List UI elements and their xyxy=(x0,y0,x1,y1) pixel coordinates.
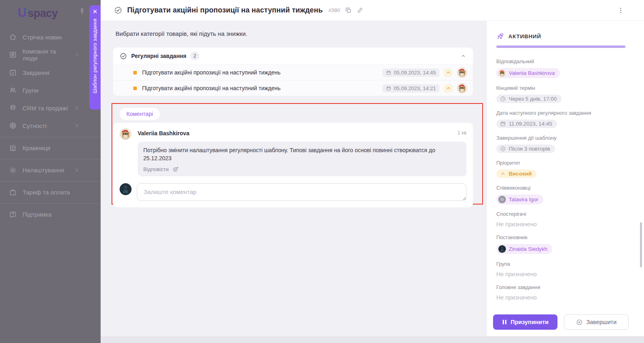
template-ribbon[interactable]: ✕ Шаблон регулярного завдання xyxy=(89,5,101,110)
deadline-chip: Через 5 днів, 17:00 xyxy=(496,95,561,103)
due-date-chip: 05.09.2023, 14:45 xyxy=(382,68,440,77)
pause-icon xyxy=(502,319,507,325)
app-window: Uspacy Стрічка новин Компанія та люди За… xyxy=(0,0,644,343)
comment-timestamp: 1 хв xyxy=(458,128,466,136)
sidebar-item-label: Крамниця xyxy=(23,145,50,151)
field-label: Завершення дії шаблону xyxy=(496,135,625,141)
avatar xyxy=(457,83,467,93)
field-label: Спостерігачі xyxy=(496,211,625,217)
ribbon-label: Шаблон регулярного завдання xyxy=(92,19,98,93)
comment-bubble: Потрібно змінити налаштування регулярнос… xyxy=(138,142,466,176)
task-details-panel: АКТИВНИЙ Відповідальний Valeriia Bashkir… xyxy=(486,21,644,336)
sidebar-item-label: Компанія та люди xyxy=(23,48,69,62)
rocket-icon xyxy=(496,32,504,40)
field-value: Zinaida Siedykh xyxy=(509,246,547,252)
field-label: Група xyxy=(496,261,625,267)
close-icon[interactable]: ✕ xyxy=(93,8,98,14)
complete-button[interactable]: Завершити xyxy=(564,314,629,330)
sidebar-item-label: Тариф та оплата xyxy=(23,189,70,196)
chevron-up-icon xyxy=(500,171,506,177)
avatar: TI xyxy=(498,196,506,203)
company-icon xyxy=(9,51,17,59)
field-value: Високий xyxy=(509,171,532,177)
sidebar-item-tasks[interactable]: Завдання xyxy=(0,64,101,81)
sidebar: Uspacy Стрічка новин Компанія та люди За… xyxy=(0,0,101,343)
field-group: Група Не призначено xyxy=(496,261,625,278)
field-label: Кінцевий термін xyxy=(496,85,625,91)
pin-icon[interactable] xyxy=(78,7,86,15)
page-bottom-strip xyxy=(101,336,644,343)
field-coexecutors: Співвиконавці TI Talavira Igor xyxy=(496,185,625,205)
gear-icon xyxy=(9,166,17,174)
due-date: 05.09.2023, 14:21 xyxy=(394,85,436,91)
reply-button[interactable]: Відповісти xyxy=(143,166,169,172)
calendar-icon xyxy=(386,70,391,75)
sidebar-item-settings[interactable]: Налаштування xyxy=(0,159,101,179)
sidebar-item-label: Сутності xyxy=(23,122,47,129)
user-chip[interactable]: Valeriia Bashkirova xyxy=(496,68,560,78)
regular-tasks-header: Регулярні завдання 2 xyxy=(113,48,473,64)
table-row[interactable]: Підготувати акційні пропозиції на наступ… xyxy=(113,80,473,96)
uspacy-logo[interactable]: Uspacy xyxy=(18,7,58,19)
logo-row: Uspacy xyxy=(0,0,101,23)
sidebar-item-label: Завдання xyxy=(23,69,50,76)
coins-icon xyxy=(9,104,17,112)
field-observers: Спостерігачі Не призначено xyxy=(496,211,625,228)
check-circle-icon xyxy=(120,52,127,60)
help-chat-icon xyxy=(9,211,17,219)
sidebar-item-newsfeed[interactable]: Стрічка новин xyxy=(0,28,101,46)
sidebar-item-label: Підтримка xyxy=(23,211,52,218)
field-responsible: Відповідальний Valeriia Bashkirova xyxy=(496,58,625,79)
tab-comments[interactable]: Коментарі xyxy=(120,108,160,120)
users-icon xyxy=(9,86,17,94)
add-reaction-icon[interactable] xyxy=(172,166,179,173)
task-details-body: АКТИВНИЙ Відповідальний Valeriia Bashkir… xyxy=(487,21,644,310)
priority-high-icon xyxy=(444,68,452,77)
comment-card: Valeriia Bashkirova 1 хв Потрібно змінит… xyxy=(113,123,473,207)
field-label: Співвиконавці xyxy=(496,185,625,191)
sidebar-item-label: Групи xyxy=(23,87,38,94)
user-chip[interactable]: TI Talavira Igor xyxy=(496,194,543,205)
home-icon xyxy=(9,33,17,41)
user-chip[interactable]: Zinaida Siedykh xyxy=(496,244,552,254)
panel-scrollbar[interactable] xyxy=(640,222,642,267)
pause-button[interactable]: Призупинити xyxy=(493,314,557,330)
sidebar-item-billing[interactable]: Тариф та оплата xyxy=(0,181,101,201)
link-icon[interactable] xyxy=(357,7,363,14)
field-template-end: Завершення дії шаблону Після 3 повторів xyxy=(496,135,625,153)
task-check-icon[interactable] xyxy=(114,6,122,14)
sidebar-nav: Стрічка новин Компанія та люди Завдання … xyxy=(0,28,101,223)
calendar-icon xyxy=(386,86,391,91)
sidebar-item-groups[interactable]: Групи xyxy=(0,81,101,99)
table-row[interactable]: Підготувати акційні пропозиції на наступ… xyxy=(113,64,473,80)
status-progress-bar xyxy=(496,45,625,48)
copy-icon[interactable] xyxy=(345,7,352,14)
task-id: #380 xyxy=(328,7,340,13)
kebab-menu-icon[interactable] xyxy=(617,7,624,14)
sidebar-item-crm[interactable]: CRM та продажі xyxy=(0,99,101,117)
field-value: Не призначено xyxy=(496,221,537,227)
wheel-icon xyxy=(9,122,17,130)
sidebar-item-shop[interactable]: Крамниця xyxy=(0,137,101,157)
wallet-icon xyxy=(9,188,17,196)
field-value: Valeriia Bashkirova xyxy=(509,70,555,76)
field-value: Не призначено xyxy=(496,271,537,277)
chevron-right-icon xyxy=(74,123,80,128)
avatar xyxy=(498,245,506,253)
field-value: 11.09.2023, 14:45 xyxy=(509,121,552,127)
chevron-up-icon[interactable] xyxy=(460,53,466,59)
priority-high-icon xyxy=(444,84,452,93)
avatar xyxy=(457,67,467,78)
field-deadline: Кінцевий термін Через 5 днів, 17:00 xyxy=(496,85,625,103)
task-description: Вибрати категорії товарів, які підуть на… xyxy=(116,30,248,37)
field-label: Відповідальний xyxy=(496,58,625,64)
field-label: Дата наступного регулярного завдання xyxy=(496,110,625,116)
sidebar-item-label: Стрічка новин xyxy=(23,34,62,41)
status-badge: АКТИВНИЙ xyxy=(508,33,541,39)
field-priority: Пріоритет Високий xyxy=(496,160,625,178)
sidebar-item-support[interactable]: Підтримка xyxy=(0,203,101,223)
sidebar-item-company-people[interactable]: Компанія та люди xyxy=(0,46,101,64)
sidebar-item-entities[interactable]: Сутності xyxy=(0,117,101,134)
task-row-title: Підготувати акційні пропозиції на наступ… xyxy=(142,85,281,91)
comment-input[interactable] xyxy=(137,183,466,201)
